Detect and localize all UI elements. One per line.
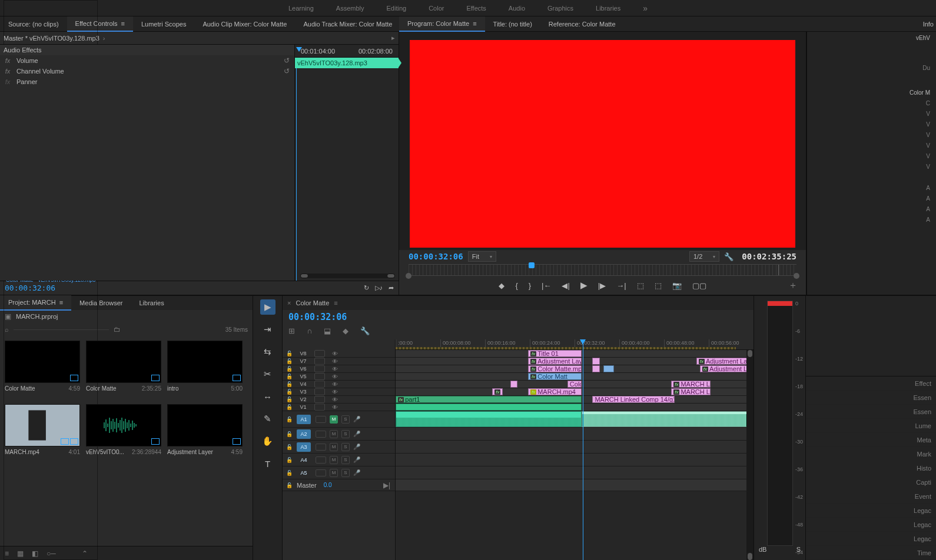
add-marker-icon[interactable]: ⬓: [324, 326, 331, 335]
hamburger-icon[interactable]: ≡: [121, 20, 125, 27]
clip[interactable]: fxpart1: [396, 396, 582, 403]
track-header-master[interactable]: 🔓Master0.0▶|: [283, 479, 395, 491]
ec-play-icon[interactable]: ▸: [391, 34, 395, 42]
ec-section-audio[interactable]: Audio Effects: [0, 45, 294, 55]
panel-tab[interactable]: Essen: [806, 391, 936, 405]
export-icon[interactable]: ➦: [389, 284, 394, 292]
clip[interactable]: fxTitle 01: [528, 350, 582, 357]
ws-color[interactable]: Color: [429, 5, 444, 12]
clip[interactable]: [396, 404, 582, 411]
solo-icon[interactable]: S: [341, 430, 350, 438]
eye-icon[interactable]: 👁: [332, 351, 338, 357]
razor-tool-icon[interactable]: ✂: [260, 366, 276, 382]
clip[interactable]: fxMARCH L: [671, 388, 711, 395]
timeline-v-scrollbar[interactable]: [746, 350, 754, 560]
ec-playhead-line[interactable]: [296, 58, 297, 281]
clip[interactable]: [510, 381, 517, 388]
play-icon[interactable]: ▶: [580, 280, 588, 291]
audio-clip[interactable]: [582, 411, 754, 427]
comparison-view-icon[interactable]: ▢▢: [692, 281, 706, 290]
ws-learning[interactable]: Learning: [288, 5, 314, 12]
track-lane-a5[interactable]: [396, 466, 754, 479]
track-lane-v5[interactable]: fxColor Matt: [396, 373, 754, 381]
hand-tool-icon[interactable]: ✋: [260, 434, 276, 449]
clip[interactable]: fxMARCH Li: [671, 381, 711, 388]
clip[interactable]: fxAdjustment La: [700, 365, 754, 372]
clip[interactable]: fx: [492, 388, 503, 395]
sequence-name[interactable]: Color Matte: [296, 299, 329, 306]
clip[interactable]: [592, 358, 599, 365]
ec-clip-bar[interactable]: vEhV5vITO03y.128.mp3: [295, 58, 399, 68]
hamburger-icon[interactable]: ≡: [473, 20, 476, 27]
panel-tab[interactable]: Event: [806, 489, 936, 504]
lock-icon[interactable]: 🔓: [286, 374, 293, 379]
program-timecode[interactable]: 00:00:32:06: [409, 252, 463, 261]
clip[interactable]: fxAdjustment Layer: [696, 358, 754, 365]
lock-icon[interactable]: 🔓: [286, 444, 293, 450]
solo-icon[interactable]: S: [341, 456, 350, 464]
tab-audio-clip-mixer[interactable]: Audio Clip Mixer: Color Matte: [194, 16, 295, 32]
track-lane-v2[interactable]: fxpart1 MARCH Linked Comp 14/g1.aep: [396, 396, 754, 404]
solo-icon[interactable]: S: [341, 469, 350, 477]
mute-icon[interactable]: M: [330, 430, 338, 438]
track-lane-a2[interactable]: [396, 428, 754, 441]
track-header-a5[interactable]: 🔓A5MS🎤: [283, 466, 395, 479]
timeline-playhead[interactable]: [583, 339, 583, 560]
go-to-in-icon[interactable]: |←: [542, 281, 551, 290]
program-scrubber[interactable]: [409, 264, 796, 276]
lock-icon[interactable]: 🔓: [286, 457, 293, 463]
snap-icon[interactable]: ⊞: [288, 326, 295, 335]
program-canvas[interactable]: [410, 40, 795, 248]
eye-icon[interactable]: 👁: [332, 389, 338, 395]
toggle-output-icon[interactable]: [314, 373, 325, 380]
ws-graphics[interactable]: Graphics: [547, 5, 573, 12]
lock-icon[interactable]: 🔓: [286, 351, 293, 356]
step-forward-icon[interactable]: |▶: [598, 281, 606, 290]
ws-audio[interactable]: Audio: [509, 5, 525, 12]
mute-icon[interactable]: M: [330, 443, 338, 451]
tab-info[interactable]: Info: [915, 16, 936, 32]
ws-effects[interactable]: Effects: [466, 5, 486, 12]
track-lane-a1[interactable]: [396, 411, 754, 428]
clip[interactable]: fxAdjustment Layer: [528, 358, 582, 365]
step-back-icon[interactable]: ◀|: [562, 281, 569, 290]
selection-tool-icon[interactable]: ▶: [260, 299, 276, 315]
go-to-out-icon[interactable]: →|: [616, 281, 626, 290]
clip[interactable]: Colo: [567, 381, 582, 388]
toggle-output-icon[interactable]: [314, 350, 325, 357]
lock-icon[interactable]: 🔓: [286, 404, 293, 410]
eye-icon[interactable]: 👁: [332, 404, 338, 411]
panel-tab[interactable]: Time: [806, 546, 936, 560]
play-only-icon[interactable]: ▷♪: [375, 284, 383, 292]
track-lane-v1[interactable]: [396, 404, 754, 411]
voice-over-icon[interactable]: 🎤: [353, 416, 360, 422]
reset-icon[interactable]: ↺: [284, 56, 290, 65]
toggle-output-icon[interactable]: [314, 358, 325, 365]
timeline-ruler[interactable]: :00:00 00:00:08:00 00:00:16:00 00:00:24:…: [396, 339, 754, 350]
clip[interactable]: fxColor Matte.mp: [528, 365, 582, 372]
lock-icon[interactable]: 🔓: [286, 381, 293, 387]
track-select-tool-icon[interactable]: ⇥: [260, 322, 276, 337]
panel-tab[interactable]: Histo: [806, 461, 936, 475]
clip[interactable]: [592, 365, 599, 372]
panel-tab[interactable]: Legac: [806, 504, 936, 518]
project-item[interactable]: intro5:00: [167, 341, 243, 399]
eye-icon[interactable]: 👁: [332, 366, 338, 372]
panel-tab[interactable]: Legac: [806, 532, 936, 546]
ec-row-volume[interactable]: fxVolume↺: [0, 55, 294, 66]
tab-reference[interactable]: Reference: Color Matte: [540, 16, 624, 32]
track-lane-v3[interactable]: fx fxMARCH.mp4 fxMARCH L: [396, 388, 754, 396]
tab-program[interactable]: Program: Color Matte≡: [399, 16, 485, 32]
track-header-a2[interactable]: 🔓A2MS🎤: [283, 428, 395, 441]
audio-clip[interactable]: [396, 411, 582, 427]
toggle-output-icon[interactable]: [316, 444, 326, 451]
audio-meter[interactable]: [767, 301, 793, 546]
clip[interactable]: [603, 365, 614, 372]
ripple-edit-tool-icon[interactable]: ⇆: [260, 344, 276, 359]
voice-over-icon[interactable]: 🎤: [353, 469, 360, 476]
new-bin-icon[interactable]: 🗀: [114, 325, 121, 334]
tab-libraries[interactable]: Libraries: [131, 295, 172, 311]
panel-tab[interactable]: Mark: [806, 447, 936, 461]
toggle-output-icon[interactable]: [316, 431, 326, 438]
tab-title[interactable]: Title: (no title): [485, 16, 540, 32]
